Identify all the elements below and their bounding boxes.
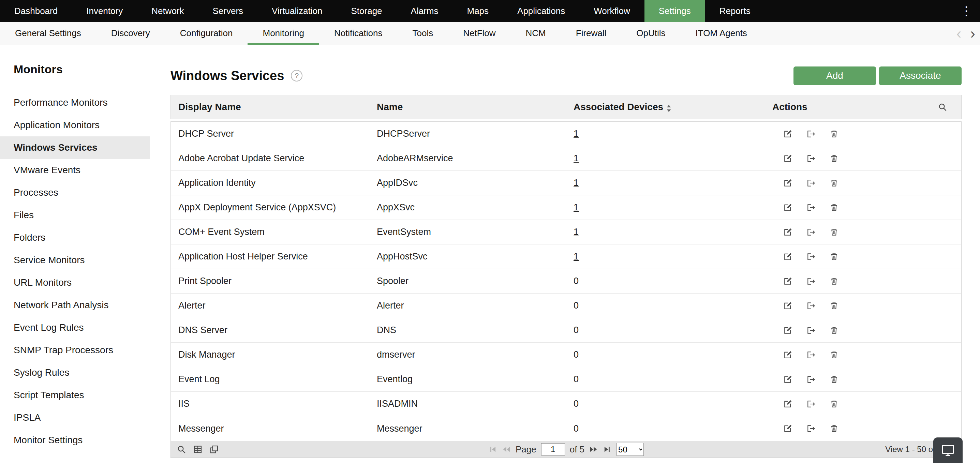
column-associated-devices[interactable]: Associated Devices [566,102,765,113]
tab-general-settings[interactable]: General Settings [0,22,96,45]
delete-icon[interactable] [829,228,839,237]
associate-icon[interactable] [806,277,816,286]
top-nav-item-applications[interactable]: Applications [503,0,579,22]
export-icon[interactable] [209,444,219,455]
tab-discovery[interactable]: Discovery [96,22,165,45]
sidebar-item-windows-services[interactable]: Windows Services [0,136,150,159]
tab-firewall[interactable]: Firewall [561,22,622,45]
edit-icon[interactable] [783,228,792,237]
edit-icon[interactable] [783,178,792,188]
next-page-icon[interactable] [589,445,598,454]
more-options-icon[interactable]: ⋮ [953,0,980,22]
top-nav-item-maps[interactable]: Maps [452,0,503,22]
associate-icon[interactable] [806,178,816,188]
sidebar-item-syslog-rules[interactable]: Syslog Rules [0,361,150,384]
top-nav-item-storage[interactable]: Storage [337,0,396,22]
last-page-icon[interactable] [603,445,612,454]
top-nav-item-network[interactable]: Network [137,0,198,22]
edit-icon[interactable] [783,252,792,261]
edit-icon[interactable] [783,301,792,310]
console-widget-button[interactable] [933,438,963,463]
associate-button[interactable]: Associate [879,67,962,85]
delete-icon[interactable] [829,277,839,286]
delete-icon[interactable] [829,154,839,163]
edit-icon[interactable] [783,203,792,212]
associated-devices-count[interactable]: 1 [574,251,579,261]
tab-netflow[interactable]: NetFlow [448,22,511,45]
associate-icon[interactable] [806,252,816,261]
delete-icon[interactable] [829,375,839,384]
associate-icon[interactable] [806,301,816,310]
edit-icon[interactable] [783,277,792,286]
sidebar-item-snmp-trap-processors[interactable]: SNMP Trap Processors [0,339,150,361]
tab-notifications[interactable]: Notifications [319,22,398,45]
search-icon[interactable] [937,102,948,112]
sort-icon[interactable] [666,104,672,113]
associated-devices-count[interactable]: 1 [574,227,579,237]
scroll-left-icon[interactable]: ‹ [956,26,962,41]
page-number-input[interactable] [541,443,565,455]
edit-icon[interactable] [783,399,792,409]
sidebar-item-script-templates[interactable]: Script Templates [0,384,150,406]
sidebar-item-network-path-analysis[interactable]: Network Path Analysis [0,294,150,317]
grid-icon[interactable] [192,444,203,455]
sidebar-item-processes[interactable]: Processes [0,181,150,204]
associate-icon[interactable] [806,399,816,409]
sidebar-item-monitor-settings[interactable]: Monitor Settings [0,429,150,452]
delete-icon[interactable] [829,252,839,261]
top-nav-item-settings[interactable]: Settings [644,0,705,22]
associate-icon[interactable] [806,228,816,237]
associate-icon[interactable] [806,424,816,433]
associated-devices-count[interactable]: 1 [574,178,579,188]
edit-icon[interactable] [783,424,792,433]
tab-tools[interactable]: Tools [398,22,449,45]
search-icon[interactable] [176,444,186,455]
associated-devices-count[interactable]: 1 [574,202,579,212]
associated-devices-count[interactable]: 1 [574,153,579,163]
top-nav-item-alarms[interactable]: Alarms [396,0,453,22]
page-size-select[interactable]: 50 [617,443,644,456]
delete-icon[interactable] [829,203,839,212]
first-page-icon[interactable] [488,445,497,454]
edit-icon[interactable] [783,129,792,139]
add-button[interactable]: Add [794,67,876,85]
associate-icon[interactable] [806,326,816,335]
tab-configuration[interactable]: Configuration [165,22,248,45]
top-nav-item-workflow[interactable]: Workflow [579,0,644,22]
prev-page-icon[interactable] [502,445,511,454]
associated-devices-count[interactable]: 1 [574,129,579,139]
tab-oputils[interactable]: OpUtils [621,22,680,45]
sidebar-item-event-log-rules[interactable]: Event Log Rules [0,317,150,339]
tab-itom-agents[interactable]: ITOM Agents [681,22,762,45]
associate-icon[interactable] [806,203,816,212]
help-icon[interactable]: ? [291,70,302,81]
associate-icon[interactable] [806,129,816,139]
tab-ncm[interactable]: NCM [511,22,561,45]
top-nav-item-inventory[interactable]: Inventory [72,0,137,22]
delete-icon[interactable] [829,326,839,335]
delete-icon[interactable] [829,129,839,139]
delete-icon[interactable] [829,424,839,433]
sidebar-item-files[interactable]: Files [0,204,150,226]
sidebar-item-folders[interactable]: Folders [0,226,150,249]
edit-icon[interactable] [783,154,792,163]
top-nav-item-dashboard[interactable]: Dashboard [0,0,72,22]
scroll-right-icon[interactable]: › [970,26,975,41]
top-nav-item-reports[interactable]: Reports [705,0,765,22]
sidebar-item-application-monitors[interactable]: Application Monitors [0,114,150,136]
associate-icon[interactable] [806,350,816,360]
top-nav-item-virtualization[interactable]: Virtualization [258,0,337,22]
edit-icon[interactable] [783,375,792,384]
edit-icon[interactable] [783,350,792,360]
associate-icon[interactable] [806,154,816,163]
sidebar-item-performance-monitors[interactable]: Performance Monitors [0,91,150,114]
tab-monitoring[interactable]: Monitoring [248,22,319,45]
associate-icon[interactable] [806,375,816,384]
delete-icon[interactable] [829,301,839,310]
sidebar-item-ipsla[interactable]: IPSLA [0,406,150,429]
sidebar-item-vmware-events[interactable]: VMware Events [0,159,150,181]
sidebar-item-url-monitors[interactable]: URL Monitors [0,271,150,294]
delete-icon[interactable] [829,178,839,188]
sidebar-item-service-monitors[interactable]: Service Monitors [0,249,150,271]
delete-icon[interactable] [829,350,839,360]
